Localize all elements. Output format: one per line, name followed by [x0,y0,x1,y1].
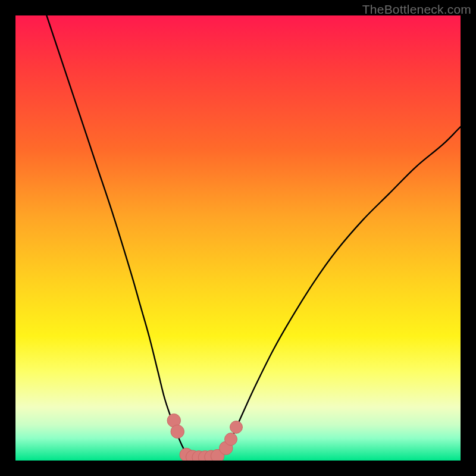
plot-area [15,15,461,461]
right-curve [220,127,461,455]
marker-layer [167,414,242,461]
data-marker [171,425,184,438]
watermark-text: TheBottleneck.com [362,2,471,17]
chart-stage: TheBottleneck.com [0,0,476,476]
bottleneck-curve-chart [15,15,461,461]
data-marker [230,421,243,433]
left-curve [46,15,189,457]
data-marker [225,433,237,446]
